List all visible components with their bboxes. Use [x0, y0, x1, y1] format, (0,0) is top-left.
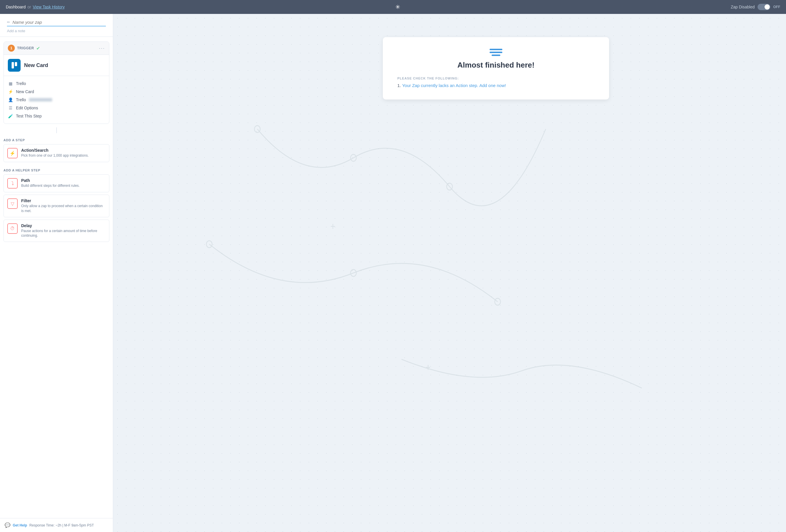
trigger-header-left: 1 TRIGGER ✔ — [8, 45, 40, 52]
detail-event-name: New Card — [16, 89, 34, 94]
zap-name-wrapper: ✏ — [7, 20, 106, 26]
nav-separator: or — [27, 5, 31, 9]
info-card: Almost finished here! PLEASE CHECK THE F… — [383, 37, 609, 99]
svg-point-5 — [495, 298, 501, 305]
get-help-link[interactable]: Get Help — [13, 523, 27, 527]
svg-point-3 — [206, 241, 212, 248]
zap-name-input[interactable] — [13, 20, 106, 25]
action-search-name: Action/Search — [21, 148, 89, 153]
trigger-app-row[interactable]: New Card — [4, 55, 109, 76]
item-number: 1. — [397, 83, 401, 88]
path-icon: ⤵ — [7, 178, 18, 188]
trello-col-2 — [15, 62, 17, 66]
toggle-knob — [765, 4, 770, 9]
chat-icon: 💬 — [5, 523, 10, 528]
info-card-icon — [397, 49, 595, 56]
delay-icon: ⏱ — [7, 223, 18, 234]
step-connector — [0, 128, 113, 133]
detail-app-name: Trello — [16, 81, 26, 86]
check-circle-icon: ✔ — [36, 46, 40, 51]
svg-point-4 — [351, 270, 356, 276]
grid-icon: ▦ — [8, 81, 13, 86]
detail-test-step: Test This Step — [16, 114, 42, 118]
hamburger-line-2 — [490, 52, 502, 53]
info-card-title: Almost finished here! — [397, 61, 595, 70]
info-card-subtitle: PLEASE CHECK THE FOLLOWING: — [397, 76, 595, 80]
trigger-card: 1 TRIGGER ✔ ··· New Card ▦ — [3, 42, 109, 124]
action-search-desc: Pick from one of our 1,000 app integrati… — [21, 153, 89, 158]
svg-point-2 — [447, 183, 453, 190]
main-canvas: + + Almost finished here! PLEASE CHECK T… — [113, 14, 786, 532]
list-icon: ☰ — [8, 106, 13, 110]
trello-icon-inner — [11, 62, 17, 68]
trigger-number-badge: 1 — [8, 45, 15, 52]
nav-right: Zap Disabled OFF — [731, 4, 780, 10]
svg-point-0 — [254, 125, 260, 133]
trigger-app-name: New Card — [24, 62, 48, 68]
trigger-options-menu[interactable]: ··· — [99, 45, 105, 51]
action-search-icon: ⚡ — [7, 148, 18, 158]
trigger-details: ▦ Trello ⚡ New Card 👤 Trello ☰ Edit O — [4, 76, 109, 123]
trigger-detail-row-account[interactable]: 👤 Trello — [8, 96, 105, 104]
add-step-section: ADD A STEP ⚡ Action/Search Pick from one… — [0, 134, 113, 248]
svg-text:+: + — [330, 221, 335, 232]
detail-edit-options: Edit Options — [16, 106, 38, 110]
add-note-button[interactable]: Add a note — [7, 29, 106, 33]
sidebar-footer: 💬 Get Help Response Time: ~2h | M-F 9am-… — [0, 518, 113, 532]
path-info: Path Build different steps for different… — [21, 178, 80, 188]
trigger-header: 1 TRIGGER ✔ ··· — [4, 42, 109, 55]
filter-name: Filter — [21, 199, 106, 203]
path-name: Path — [21, 178, 80, 183]
delay-name: Delay — [21, 223, 106, 228]
trigger-detail-row-test[interactable]: 🧪 Test This Step — [8, 112, 105, 120]
hamburger-icon — [397, 49, 595, 56]
hamburger-line-1 — [490, 49, 502, 50]
dashboard-link[interactable]: Dashboard — [6, 5, 26, 9]
filter-option[interactable]: ▽ Filter Only allow a zap to proceed whe… — [3, 195, 109, 217]
detail-account-app: Trello — [16, 97, 26, 102]
trigger-detail-row-edit[interactable]: ☰ Edit Options — [8, 104, 105, 112]
path-option[interactable]: ⤵ Path Build different steps for differe… — [3, 174, 109, 192]
response-time-text: Response Time: ~2h | M-F 9am-5pm PST — [29, 523, 94, 527]
action-search-option[interactable]: ⚡ Action/Search Pick from one of our 1,0… — [3, 144, 109, 162]
zap-toggle[interactable] — [758, 4, 770, 10]
add-step-label: ADD A STEP — [3, 134, 109, 144]
delay-desc: Pause actions for a certain amount of ti… — [21, 229, 106, 238]
account-blurred — [29, 98, 52, 101]
filter-icon: ▽ — [7, 199, 18, 209]
trello-icon — [8, 59, 21, 72]
filter-desc: Only allow a zap to proceed when a certa… — [21, 204, 106, 213]
svg-text:+: + — [425, 362, 431, 373]
add-action-link[interactable]: Your Zap currently lacks an Action step.… — [402, 83, 506, 88]
info-card-item-1: 1. Your Zap currently lacks an Action st… — [397, 83, 595, 88]
path-desc: Build different steps for different rule… — [21, 183, 80, 188]
connector-line — [56, 128, 57, 133]
delay-option[interactable]: ⏱ Delay Pause actions for a certain amou… — [3, 219, 109, 242]
delay-info: Delay Pause actions for a certain amount… — [21, 223, 106, 238]
toggle-off-label: OFF — [773, 5, 780, 9]
svg-point-1 — [351, 154, 356, 161]
user-icon: 👤 — [8, 97, 13, 102]
action-search-info: Action/Search Pick from one of our 1,000… — [21, 148, 89, 158]
hamburger-line-3 — [492, 54, 500, 56]
pencil-icon: ✏ — [7, 20, 10, 24]
trigger-detail-row-app[interactable]: ▦ Trello — [8, 79, 105, 88]
sidebar: ✏ Add a note 1 TRIGGER ✔ ··· — [0, 14, 113, 532]
trigger-detail-row-event[interactable]: ⚡ New Card — [8, 88, 105, 96]
main-layout: ✏ Add a note 1 TRIGGER ✔ ··· — [0, 14, 786, 532]
filter-info: Filter Only allow a zap to proceed when … — [21, 199, 106, 213]
trigger-label: TRIGGER — [17, 46, 34, 50]
nav-left: Dashboard or View Task History — [6, 5, 65, 9]
top-nav: Dashboard or View Task History ✳ Zap Dis… — [0, 0, 786, 14]
bolt-icon: ⚡ — [8, 89, 13, 94]
view-task-history-link[interactable]: View Task History — [33, 5, 65, 9]
zap-name-section: ✏ Add a note — [0, 14, 113, 37]
flask-icon: 🧪 — [8, 114, 13, 118]
add-helper-step-label: ADD A HELPER STEP — [3, 164, 109, 174]
zap-logo-icon: ✳ — [395, 3, 400, 10]
zap-disabled-label: Zap Disabled — [731, 5, 755, 9]
trello-col-1 — [11, 62, 14, 68]
